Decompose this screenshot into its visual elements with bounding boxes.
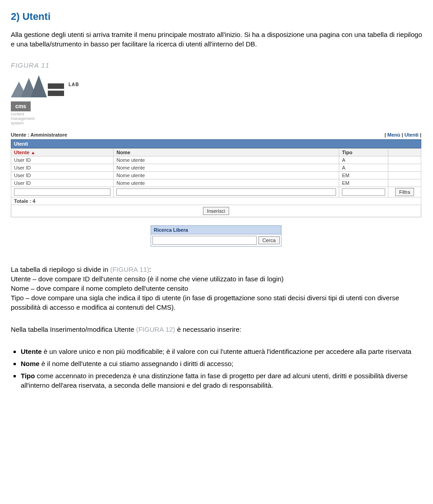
search-button[interactable]: Cerca — [258, 236, 280, 244]
current-user: Utente : Amministratore — [11, 132, 67, 137]
col-tipo-header[interactable]: Tipo — [339, 148, 388, 156]
table-row[interactable]: User ID Nome utente EM — [11, 171, 421, 179]
filter-button[interactable]: Filtra — [395, 188, 414, 196]
web-logo-icon — [11, 73, 65, 100]
filter-utente-input[interactable] — [14, 188, 111, 196]
search-input[interactable] — [152, 236, 257, 245]
total-count: Totale : 4 — [11, 197, 421, 205]
logo-lab-text: LAB — [69, 82, 79, 87]
screenshot-figure-11: LAB cms content management system Utente… — [11, 73, 421, 247]
filter-tipo-input[interactable] — [342, 188, 385, 196]
section-heading: 2) Utenti — [11, 11, 422, 23]
top-nav: | Menù | Utenti | — [385, 132, 421, 137]
insert-table-intro: Nella tabella Inserimento/modifica Utent… — [11, 325, 422, 334]
free-search-panel: Ricerca Libera Cerca — [151, 225, 281, 247]
intro-paragraph: Alla gestione degli utenti si arriva tra… — [11, 30, 422, 49]
cms-badge: cms — [11, 101, 31, 111]
users-table: Utente ▲ Nome Tipo User ID Nome utente A… — [11, 148, 421, 205]
col-utente-header[interactable]: Utente — [14, 150, 29, 155]
panel-title-utenti: Utenti — [11, 139, 421, 148]
table-row[interactable]: User ID Nome utente EM — [11, 179, 421, 187]
nav-utenti-link[interactable]: Utenti — [405, 132, 419, 137]
cms-subtitle: content management system — [11, 112, 421, 126]
table-explain-paragraph: La tabella di riepilogo si divide in (FI… — [11, 265, 422, 312]
table-row[interactable]: User ID Nome utente A — [11, 156, 421, 164]
col-nome-header[interactable]: Nome — [114, 148, 339, 156]
filter-nome-input[interactable] — [116, 188, 336, 196]
search-panel-title: Ricerca Libera — [151, 225, 281, 234]
table-row[interactable]: User ID Nome utente A — [11, 164, 421, 171]
nav-menu-link[interactable]: Menù — [387, 132, 401, 137]
sort-asc-icon: ▲ — [31, 150, 35, 155]
insert-button[interactable]: Inserisci — [203, 207, 229, 215]
svg-rect-0 — [48, 83, 64, 89]
list-item: Nome è il nome dell'utente a cui stiamo … — [21, 359, 422, 368]
field-bullet-list: Utente è un valore unico e non più modif… — [21, 347, 422, 390]
list-item: Tipo come accennato in precedenza è una … — [21, 371, 422, 390]
svg-rect-1 — [48, 91, 64, 96]
list-item: Utente è un valore unico e non più modif… — [21, 347, 422, 356]
figure-11-label: FIGURA 11 — [11, 61, 422, 69]
